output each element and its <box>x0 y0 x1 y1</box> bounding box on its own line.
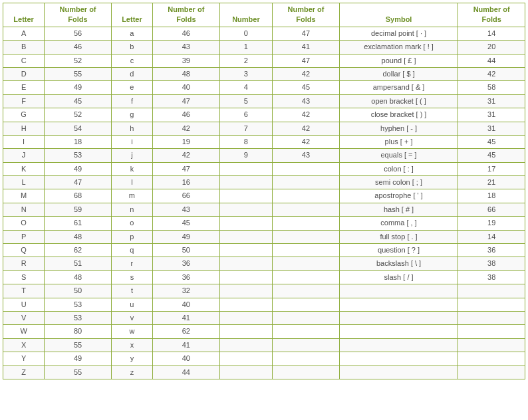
lowercase-folds: 40 <box>153 298 220 311</box>
table-row: A 56 a 46 0 47 decimal point [ · ] 14 <box>3 27 525 40</box>
symbol-name: slash [ / ] <box>339 270 458 284</box>
table-row: O 61 o 45 comma [ , ] 19 <box>3 217 525 230</box>
lowercase-folds: 46 <box>153 27 220 40</box>
lowercase-letter: k <box>111 162 152 175</box>
symbol-folds: 20 <box>458 41 525 54</box>
table-row: F 45 f 47 5 43 open bracket [ ( ] 31 <box>3 94 525 108</box>
uppercase-letter: E <box>3 81 45 94</box>
table-row: Z 55 z 44 <box>3 366 525 379</box>
symbol-folds: 42 <box>458 67 525 80</box>
lowercase-folds: 46 <box>153 108 220 122</box>
table-row: J 53 j 42 9 43 equals [ = ] 45 <box>3 149 525 162</box>
number-folds: 42 <box>273 122 340 135</box>
lowercase-folds: 47 <box>153 94 220 108</box>
symbol-name: comma [ , ] <box>339 217 458 230</box>
number-value <box>219 284 273 298</box>
uppercase-letter: B <box>3 41 45 54</box>
symbol-name <box>339 284 458 298</box>
uppercase-letter: R <box>3 257 45 270</box>
number-folds: 47 <box>273 54 340 67</box>
table-row: S 48 s 36 slash [ / ] 38 <box>3 270 525 284</box>
uppercase-letter: N <box>3 203 45 216</box>
uppercase-letter: K <box>3 162 45 175</box>
symbol-folds <box>458 311 525 324</box>
number-folds: 41 <box>273 41 340 54</box>
uppercase-letter: S <box>3 270 45 284</box>
number-folds <box>273 203 340 216</box>
lowercase-folds: 36 <box>153 270 220 284</box>
uppercase-letter: I <box>3 135 45 148</box>
number-folds: 42 <box>273 67 340 80</box>
uppercase-letter: P <box>3 230 45 243</box>
table-row: I 18 i 19 8 42 plus [ + ] 45 <box>3 135 525 148</box>
main-container: Letter Number ofFolds Letter Number ofFo… <box>0 0 528 382</box>
table-row: B 46 b 43 1 41 exclamation mark [ ! ] 20 <box>3 41 525 54</box>
uppercase-letter: O <box>3 217 45 230</box>
table-row: V 53 v 41 <box>3 311 525 324</box>
uppercase-folds: 55 <box>45 67 112 80</box>
table-row: H 54 h 42 7 42 hyphen [ - ] 31 <box>3 122 525 135</box>
lowercase-letter: g <box>111 108 152 122</box>
lowercase-letter: q <box>111 244 152 257</box>
table-row: X 55 x 41 <box>3 338 525 352</box>
uppercase-folds: 46 <box>45 41 112 54</box>
uppercase-folds: 48 <box>45 230 112 243</box>
symbol-name: close bracket [ ) ] <box>339 108 458 122</box>
symbol-folds <box>458 284 525 298</box>
symbol-folds: 31 <box>458 108 525 122</box>
symbol-folds: 14 <box>458 230 525 243</box>
table-row: G 52 g 46 6 42 close bracket [ ) ] 31 <box>3 108 525 122</box>
lowercase-letter: r <box>111 257 152 270</box>
lowercase-letter: d <box>111 67 152 80</box>
lowercase-letter: h <box>111 122 152 135</box>
header-lowercase-letter: Letter <box>111 3 152 27</box>
header-number-folds: Number ofFolds <box>273 3 340 27</box>
header-symbol: Symbol <box>339 3 458 27</box>
symbol-folds <box>458 352 525 366</box>
table-row: Q 62 q 50 question [ ? ] 36 <box>3 244 525 257</box>
uppercase-letter: Z <box>3 366 45 379</box>
symbol-folds: 19 <box>458 217 525 230</box>
uppercase-folds: 49 <box>45 81 112 94</box>
symbol-name: semi colon [ ; ] <box>339 176 458 189</box>
uppercase-folds: 62 <box>45 244 112 257</box>
header-symbol-folds: Number ofFolds <box>458 3 525 27</box>
symbol-folds: 45 <box>458 135 525 148</box>
lowercase-folds: 49 <box>153 230 220 243</box>
symbol-folds: 66 <box>458 203 525 216</box>
uppercase-folds: 55 <box>45 338 112 352</box>
symbol-folds: 31 <box>458 94 525 108</box>
number-value <box>219 244 273 257</box>
number-value <box>219 338 273 352</box>
number-value: 6 <box>219 108 273 122</box>
table-row: D 55 d 48 3 42 dollar [ $ ] 42 <box>3 67 525 80</box>
uppercase-letter: J <box>3 149 45 162</box>
number-value <box>219 162 273 175</box>
lowercase-folds: 48 <box>153 67 220 80</box>
data-table: Letter Number ofFolds Letter Number ofFo… <box>3 3 525 379</box>
header-lowercase-folds: Number ofFolds <box>153 3 220 27</box>
number-value <box>219 311 273 324</box>
uppercase-letter: U <box>3 298 45 311</box>
uppercase-folds: 55 <box>45 366 112 379</box>
lowercase-letter: m <box>111 189 152 203</box>
uppercase-folds: 48 <box>45 270 112 284</box>
lowercase-folds: 40 <box>153 352 220 366</box>
uppercase-letter: D <box>3 67 45 80</box>
symbol-name: ampersand [ & ] <box>339 81 458 94</box>
lowercase-folds: 45 <box>153 217 220 230</box>
uppercase-folds: 51 <box>45 257 112 270</box>
symbol-name: backslash [ \ ] <box>339 257 458 270</box>
header-number: Number <box>219 3 273 27</box>
number-value <box>219 366 273 379</box>
lowercase-letter: y <box>111 352 152 366</box>
number-value: 0 <box>219 27 273 40</box>
uppercase-letter: T <box>3 284 45 298</box>
lowercase-letter: e <box>111 81 152 94</box>
symbol-name: open bracket [ ( ] <box>339 94 458 108</box>
lowercase-letter: i <box>111 135 152 148</box>
lowercase-folds: 43 <box>153 41 220 54</box>
uppercase-letter: X <box>3 338 45 352</box>
number-folds: 42 <box>273 135 340 148</box>
uppercase-letter: W <box>3 325 45 338</box>
